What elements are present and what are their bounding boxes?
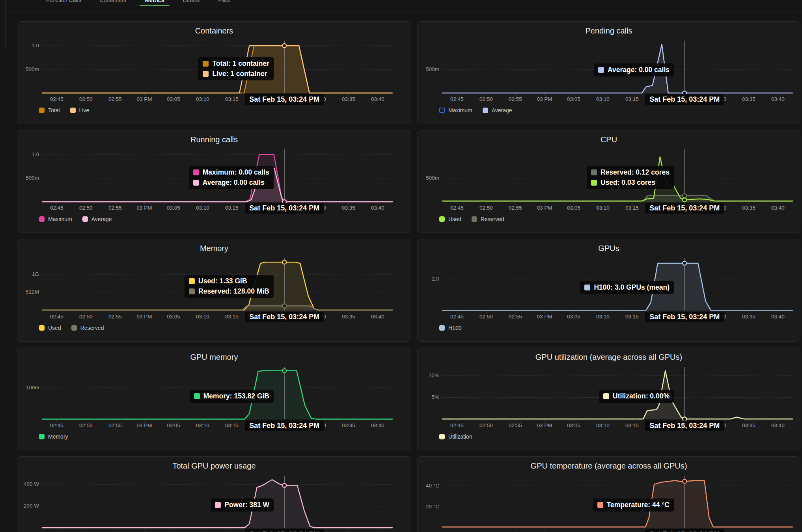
x-axis-label: 03:40 [365, 205, 390, 211]
tooltip-row: Live: 1 container [203, 70, 269, 78]
series-tooltip: Average: 0.00 calls [594, 63, 674, 76]
legend-item-reserved[interactable]: Reserved [472, 216, 504, 222]
legend-item-average[interactable]: Average [82, 216, 112, 222]
x-axis-label: 03:40 [365, 314, 390, 320]
tooltip-swatch [203, 61, 209, 67]
x-axis-label: 03:40 [365, 422, 390, 428]
metrics-dashboard: { "tabs": { "items": [ {"label": "Functi… [0, 0, 802, 532]
legend-label: Maximum [448, 107, 472, 113]
x-axis-label: 03:35 [736, 96, 761, 102]
x-axis-label: 03 PM [132, 205, 157, 211]
legend-item-live[interactable]: Live [70, 107, 90, 113]
tooltip-text: Reserved: 0.12 cores [601, 168, 670, 177]
timestamp-tooltip: Sat Feb 15, 03:24 PM [645, 312, 724, 322]
legend-item-reserved[interactable]: Reserved [71, 325, 104, 331]
chart-legend: Memory [39, 433, 68, 440]
tooltip-swatch [584, 285, 590, 290]
legend-label: Maximum [48, 216, 72, 222]
tooltip-text: Average: 0.00 calls [203, 179, 265, 187]
timestamp-tooltip: Sat Feb 15, 03:24 PM [245, 420, 324, 431]
tooltip-text: Memory: 153.82 GiB [203, 392, 269, 400]
tooltip-swatch [591, 169, 597, 175]
x-axis-label: 02:55 [103, 96, 128, 102]
timestamp-tooltip: Sat Feb 15, 03:24 PM [645, 529, 724, 532]
legend-item-memory[interactable]: Memory [39, 433, 68, 440]
tooltip-swatch [189, 278, 195, 284]
chart-plot[interactable] [17, 457, 411, 532]
tab-details[interactable]: Details [183, 0, 200, 7]
x-axis-label: 03:05 [161, 205, 186, 211]
x-axis-label: 02:50 [73, 314, 99, 320]
series-tooltip: Memory: 153.82 GiB [190, 390, 274, 403]
tooltip-row: Used: 0.03 cores [591, 179, 670, 187]
tooltip-row: Reserved: 128.00 MiB [189, 287, 269, 296]
x-axis-label: 03:35 [736, 422, 761, 428]
x-axis-label: 02:45 [44, 96, 69, 102]
tooltip-swatch [193, 169, 199, 175]
chart-card-memory: Memory 1G512M02:4502:5002:5503 PM03:0503… [17, 239, 411, 342]
legend-item-used[interactable]: Used [39, 325, 61, 331]
x-axis-label: 03:15 [619, 422, 645, 428]
tooltip-row: Used: 1.33 GiB [189, 277, 269, 285]
x-axis-label: 02:55 [103, 422, 128, 428]
x-axis-label: 03:10 [590, 96, 615, 102]
legend-label: Reserved [481, 216, 504, 222]
x-axis-label: 02:50 [474, 314, 499, 320]
tooltip-swatch [189, 288, 195, 294]
x-axis-label: 02:45 [444, 96, 470, 102]
chart-card-gpu-memory: GPU memory 100G02:4502:5002:5503 PM03:05… [17, 348, 411, 450]
legend-swatch [439, 216, 445, 222]
x-axis-label: 03:15 [219, 205, 244, 211]
tooltip-text: Maximum: 0.00 calls [203, 168, 269, 177]
tooltip-swatch [603, 393, 609, 399]
timestamp-tooltip: Sat Feb 15, 03:24 PM [645, 203, 724, 214]
timestamp-tooltip: Sat Feb 15, 03:24 PM [245, 203, 324, 214]
tooltip-row: H100: 3.0 GPUs (mean) [584, 283, 670, 292]
y-axis-label: 1.0 [19, 151, 39, 158]
legend-item-utilization[interactable]: Utilization [439, 433, 472, 440]
legend-item-used[interactable]: Used [439, 216, 461, 222]
chart-legend: Utilization [439, 433, 472, 440]
x-axis-label: 02:55 [503, 205, 528, 211]
legend-item-maximum[interactable]: Maximum [39, 216, 72, 222]
chart-card-gpu-utilization: GPU utilization (average across all GPUs… [417, 348, 800, 450]
charts-grid: Containers 1.0500m02:4502:5002:5503 PM03… [17, 21, 800, 532]
x-axis-label: 03:05 [161, 422, 186, 428]
x-axis-label: 03:40 [765, 96, 791, 102]
tooltip-row: Utilization: 0.00% [603, 392, 670, 400]
x-axis-label: 02:45 [44, 314, 69, 320]
legend-label: Total [48, 107, 60, 113]
x-axis-label: 02:55 [103, 205, 128, 211]
legend-item-average[interactable]: Average [483, 107, 512, 113]
tooltip-row: Power: 381 W [215, 501, 269, 509]
x-axis-label: 02:45 [44, 205, 69, 211]
x-axis-label: 03:40 [765, 314, 791, 320]
chart-card-containers: Containers 1.0500m02:4502:5002:5503 PM03… [17, 21, 411, 124]
chart-legend: UsedReserved [439, 216, 504, 222]
legend-item-total[interactable]: Total [39, 107, 60, 113]
chart-card-gpus: GPUs 2.002:4502:5002:5503 PM03:0503:1003… [417, 239, 800, 342]
legend-item-maximum[interactable]: Maximum [439, 107, 472, 113]
chart-legend: TotalLive [39, 107, 89, 113]
legend-label: Average [91, 216, 112, 222]
x-axis-label: 03 PM [132, 96, 157, 102]
chart-plot[interactable] [418, 457, 800, 532]
chart-legend: MaximumAverage [39, 216, 112, 222]
tab-metrics[interactable]: Metrics [145, 0, 164, 7]
legend-swatch [39, 434, 45, 439]
legend-label: Reserved [80, 325, 104, 331]
tooltip-swatch [597, 502, 603, 508]
tab-list: Function Calls Containers Metrics Detail… [46, 0, 230, 7]
tab-containers[interactable]: Containers [100, 0, 127, 7]
x-axis-label: 03:15 [219, 314, 244, 320]
timestamp-tooltip: Sat Feb 15, 03:24 PM [245, 529, 324, 532]
chart-legend: MaximumAverage [439, 107, 512, 113]
x-axis-label: 03:10 [190, 314, 215, 320]
tab-function-calls[interactable]: Function Calls [46, 0, 81, 7]
tooltip-text: Average: 0.00 calls [608, 66, 670, 74]
legend-item-h100[interactable]: H100 [439, 325, 461, 331]
x-axis-label: 03:10 [190, 205, 215, 211]
y-axis-label: 20 °C [420, 503, 439, 511]
legend-swatch [70, 108, 76, 113]
tab-files[interactable]: Files [218, 0, 230, 7]
